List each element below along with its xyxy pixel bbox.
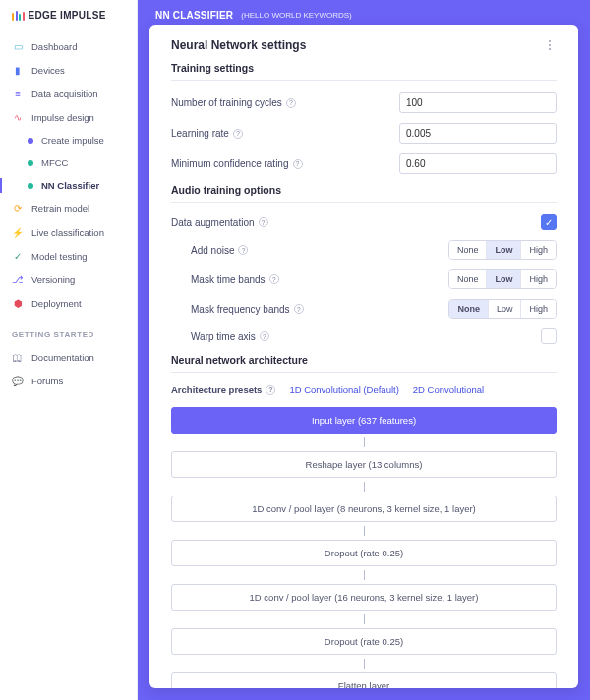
nav-label: Forums	[31, 376, 63, 386]
presets-label: Architecture presets ?	[171, 384, 275, 395]
nav-label: Live classification	[31, 227, 104, 238]
arch-section-title: Neural network architecture	[171, 354, 557, 366]
help-icon[interactable]: ?	[294, 304, 304, 314]
help-icon[interactable]: ?	[259, 217, 268, 227]
live-class-icon: ⚡	[12, 226, 24, 238]
sidebar: EDGE IMPULSE ▭ Dashboard ▮ Devices ≡ Dat…	[0, 0, 138, 700]
layer-connector	[171, 614, 557, 624]
seg-high[interactable]: High	[520, 300, 556, 318]
warp-checkbox[interactable]: ✓	[541, 328, 557, 344]
nav-mfcc[interactable]: MFCC	[0, 151, 137, 174]
nav-data-acquisition[interactable]: ≡ Data acquisition	[0, 82, 137, 105]
nav-devices[interactable]: ▮ Devices	[0, 58, 137, 82]
nav-create-impulse[interactable]: Create impulse	[0, 129, 137, 151]
getting-started-header: GETTING STARTED	[0, 315, 137, 345]
help-icon[interactable]: ?	[233, 129, 243, 139]
warp-label: Warp time axis ?	[191, 331, 269, 342]
dashboard-icon: ▭	[12, 40, 24, 52]
mask-time-segmented: None Low High	[448, 269, 557, 289]
deployment-icon: ⬢	[12, 297, 24, 309]
cycles-label: Number of training cycles ?	[171, 97, 296, 108]
layer-input[interactable]: Input layer (637 features)	[171, 407, 557, 434]
layer-flatten[interactable]: Flatten layer	[171, 672, 557, 688]
preset-1d-link[interactable]: 1D Convolutional (Default)	[289, 384, 398, 395]
layer-dropout2[interactable]: Dropout (rate 0.25)	[171, 628, 557, 655]
dot-icon	[28, 183, 33, 189]
minconf-input[interactable]	[399, 153, 557, 174]
seg-high[interactable]: High	[520, 241, 556, 259]
devices-icon: ▮	[12, 64, 24, 76]
settings-card: Neural Network settings Training setting…	[149, 25, 578, 688]
help-icon[interactable]: ?	[238, 245, 248, 255]
mask-freq-label: Mask frequency bands ?	[191, 304, 304, 315]
augment-label: Data augmentation ?	[171, 217, 268, 228]
lr-input[interactable]	[399, 123, 557, 144]
cycles-input[interactable]	[399, 92, 557, 113]
nav-impulse-design[interactable]: ∿ Impulse design	[0, 105, 137, 129]
nav-label: Data acquisition	[31, 88, 98, 99]
dot-icon	[28, 138, 33, 144]
lr-label: Learning rate ?	[171, 128, 243, 139]
help-icon[interactable]: ?	[266, 385, 275, 395]
nav-versioning[interactable]: ⎇ Versioning	[0, 267, 137, 291]
preset-2d-link[interactable]: 2D Convolutional	[413, 384, 484, 395]
impulse-icon: ∿	[12, 111, 24, 123]
nav-deployment[interactable]: ⬢ Deployment	[0, 291, 137, 315]
help-icon[interactable]: ?	[286, 98, 296, 108]
nav-label: Create impulse	[41, 135, 104, 146]
model-test-icon: ✓	[12, 250, 24, 262]
seg-low[interactable]: Low	[488, 300, 521, 318]
nav-dashboard[interactable]: ▭ Dashboard	[0, 34, 137, 58]
training-section-title: Training settings	[171, 62, 557, 74]
nav-model-testing[interactable]: ✓ Model testing	[0, 244, 137, 267]
layer-connector	[171, 482, 557, 492]
layer-dropout1[interactable]: Dropout (rate 0.25)	[171, 540, 557, 566]
seg-high[interactable]: High	[520, 270, 556, 288]
layer-connector	[171, 570, 557, 580]
dot-icon	[28, 160, 33, 166]
seg-none[interactable]: None	[449, 241, 487, 259]
seg-low[interactable]: Low	[486, 270, 520, 288]
card-menu-button[interactable]	[543, 38, 557, 52]
nav-documentation[interactable]: 🕮 Documentation	[0, 345, 137, 369]
seg-none[interactable]: None	[449, 300, 488, 318]
main: NN CLASSIFIER (HELLO WORLD KEYWORDS) Neu…	[138, 0, 590, 700]
layer-reshape[interactable]: Reshape layer (13 columns)	[171, 451, 557, 478]
layer-conv2[interactable]: 1D conv / pool layer (16 neurons, 3 kern…	[171, 584, 557, 611]
add-noise-label: Add noise ?	[191, 245, 248, 256]
nav-nn-classifier[interactable]: NN Classifier	[0, 174, 137, 197]
add-noise-segmented: None Low High	[448, 240, 557, 260]
layer-connector	[171, 438, 557, 447]
nav-label: Dashboard	[31, 41, 77, 52]
help-icon[interactable]: ?	[293, 159, 303, 169]
versioning-icon: ⎇	[12, 273, 24, 285]
minconf-label: Minimum confidence rating ?	[171, 158, 303, 169]
mask-freq-segmented: None Low High	[448, 299, 557, 319]
database-icon: ≡	[12, 88, 24, 99]
nav-forums[interactable]: 💬 Forums	[0, 369, 137, 392]
audio-section-title: Audio training options	[171, 184, 557, 196]
seg-none[interactable]: None	[449, 270, 487, 288]
layer-conv1[interactable]: 1D conv / pool layer (8 neurons, 3 kerne…	[171, 496, 557, 522]
nav-label: NN Classifier	[41, 180, 99, 191]
augment-checkbox[interactable]: ✓	[541, 214, 557, 230]
layer-connector	[171, 526, 557, 536]
page-subtitle: (HELLO WORLD KEYWORDS)	[241, 11, 351, 20]
retrain-icon: ⟳	[12, 203, 24, 214]
nav-live-classification[interactable]: ⚡ Live classification	[0, 220, 137, 244]
seg-low[interactable]: Low	[486, 241, 520, 259]
help-icon[interactable]: ?	[260, 331, 269, 341]
nav-label: Versioning	[31, 274, 75, 285]
topbar: NN CLASSIFIER (HELLO WORLD KEYWORDS)	[138, 0, 590, 25]
brand-logo: EDGE IMPULSE	[0, 0, 137, 34]
forums-icon: 💬	[12, 375, 24, 386]
page-title: NN CLASSIFIER	[155, 10, 233, 21]
help-icon[interactable]: ?	[269, 274, 279, 284]
docs-icon: 🕮	[12, 351, 24, 363]
logo-stripes-icon	[12, 11, 25, 21]
primary-nav: ▭ Dashboard ▮ Devices ≡ Data acquisition…	[0, 34, 137, 392]
nav-label: Model testing	[31, 251, 88, 262]
nav-label: Retrain model	[31, 204, 89, 214]
nav-label: Documentation	[31, 352, 94, 363]
nav-retrain[interactable]: ⟳ Retrain model	[0, 197, 137, 220]
